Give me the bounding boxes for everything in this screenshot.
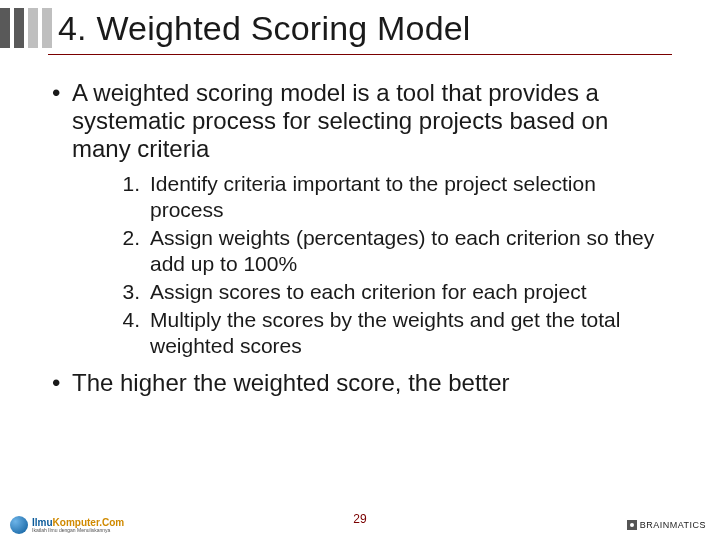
step-item: 4. Multiply the scores by the weights an… — [120, 307, 668, 359]
globe-icon — [10, 516, 28, 534]
bullet-marker-icon: • — [52, 369, 72, 397]
header-stripes-icon — [0, 8, 52, 48]
bullet-intro: • A weighted scoring model is a tool tha… — [52, 79, 668, 163]
logo-left-tagline: Ikatlah Ilmu dengan Menuliskannya — [32, 528, 124, 533]
step-number: 1. — [120, 171, 150, 223]
logo-left-word1: Ilmu — [32, 517, 53, 528]
bullet-marker-icon: • — [52, 79, 72, 163]
steps-list: 1. Identify criteria important to the pr… — [120, 171, 668, 359]
slide-content: • A weighted scoring model is a tool tha… — [0, 55, 720, 397]
step-item: 1. Identify criteria important to the pr… — [120, 171, 668, 223]
step-number: 2. — [120, 225, 150, 277]
slide-title: 4. Weighted Scoring Model — [58, 9, 471, 48]
footer-logo-left: IlmuKomputer.Com Ikatlah Ilmu dengan Men… — [10, 516, 124, 534]
logo-right-text: BRAINMATICS — [640, 520, 706, 530]
step-text: Identify criteria important to the proje… — [150, 171, 668, 223]
slide: 4. Weighted Scoring Model • A weighted s… — [0, 0, 720, 540]
step-item: 3. Assign scores to each criterion for e… — [120, 279, 668, 305]
slide-header: 4. Weighted Scoring Model — [0, 0, 720, 48]
square-icon — [627, 520, 637, 530]
step-number: 4. — [120, 307, 150, 359]
step-number: 3. — [120, 279, 150, 305]
footer-logo-right: BRAINMATICS — [627, 520, 706, 530]
bullet-intro-text: A weighted scoring model is a tool that … — [72, 79, 668, 163]
footer-logo-left-text: IlmuKomputer.Com Ikatlah Ilmu dengan Men… — [32, 518, 124, 533]
step-text: Multiply the scores by the weights and g… — [150, 307, 668, 359]
bullet-closing-text: The higher the weighted score, the bette… — [72, 369, 510, 397]
logo-left-word2: Komputer.Com — [53, 517, 125, 528]
step-text: Assign weights (percentages) to each cri… — [150, 225, 668, 277]
step-item: 2. Assign weights (percentages) to each … — [120, 225, 668, 277]
step-text: Assign scores to each criterion for each… — [150, 279, 587, 305]
bullet-closing: • The higher the weighted score, the bet… — [52, 369, 668, 397]
